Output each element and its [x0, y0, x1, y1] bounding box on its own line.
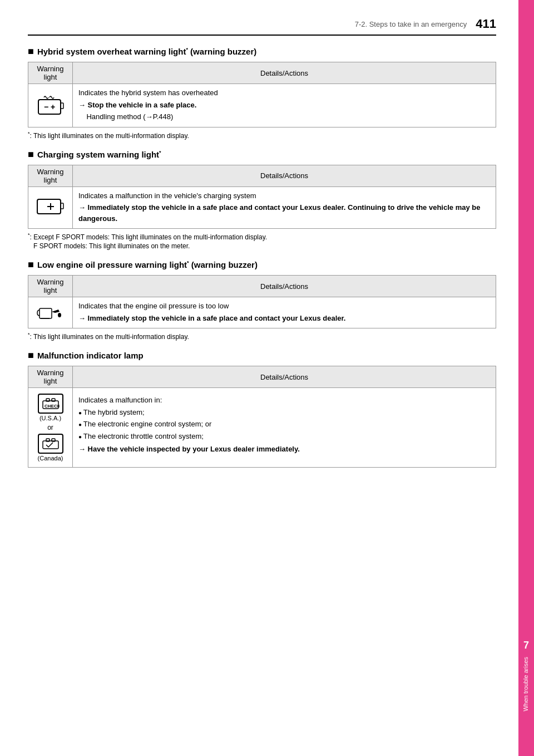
- charging-note-2: F SPORT models: This light illuminates o…: [28, 242, 496, 250]
- page-header: 7-2. Steps to take in an emergency 411: [28, 17, 496, 36]
- tab-number: 7: [523, 640, 529, 651]
- charging-detail2: → Immediately stop the vehicle in a safe…: [78, 202, 490, 224]
- oil-details: Indicates that the engine oil pressure i…: [73, 297, 496, 328]
- right-sidebar-tab: 7 When trouble arises: [518, 0, 534, 756]
- check-canada-icon: [38, 434, 63, 454]
- malfunction-icon-cell: CHECK (U.S.A.) or: [28, 388, 73, 468]
- table-col-details-3: Details/Actions: [73, 276, 496, 297]
- usa-label: (U.S.A.): [32, 415, 69, 421]
- bullet-icon-2: ■: [28, 149, 34, 160]
- table-col-warning-light-4: Warning light: [28, 366, 73, 388]
- oil-detail2: → Immediately stop the vehicle in a safe…: [78, 313, 490, 324]
- malfunction-bullet-list: The hybrid system; The electronic engine…: [78, 407, 490, 442]
- svg-rect-1: [61, 103, 63, 109]
- table-col-details-1: Details/Actions: [73, 62, 496, 84]
- page-container: 7-2. Steps to take in an emergency 411 ■…: [0, 0, 534, 756]
- hybrid-overheat-detail3: Handling method (→P.448): [78, 111, 490, 122]
- table-col-warning-light-1: Warning light: [28, 62, 73, 84]
- hybrid-overheat-icon: − +: [36, 93, 65, 116]
- table-row: Indicates that the engine oil pressure i…: [28, 297, 496, 328]
- table-col-warning-light-3: Warning light: [28, 276, 73, 297]
- malfunction-intro: Indicates a malfunction in:: [78, 395, 490, 406]
- svg-rect-0: [38, 100, 61, 114]
- svg-rect-5: [61, 203, 63, 209]
- svg-text:CHECK: CHECK: [44, 404, 60, 409]
- oil-icon-cell: [28, 297, 73, 328]
- table-row: − + Indicates the hybrid system has over…: [28, 84, 496, 127]
- or-text: or: [32, 424, 69, 431]
- page-number: 411: [476, 17, 496, 31]
- oil-detail1: Indicates that the engine oil pressure i…: [78, 301, 490, 312]
- hybrid-overheat-table: Warning light Details/Actions: [28, 62, 496, 127]
- malfunction-table: Warning light Details/Actions: [28, 366, 496, 468]
- tab-label: When trouble arises: [522, 657, 530, 711]
- svg-rect-17: [52, 439, 55, 441]
- svg-text:−: −: [44, 102, 48, 111]
- charging-icon-cell: [28, 186, 73, 229]
- table-col-details-2: Details/Actions: [73, 165, 496, 186]
- hybrid-overheat-icon-cell: − +: [28, 84, 73, 127]
- malfunction-title: Malfunction indicator lamp: [37, 351, 144, 360]
- header-title: 7-2. Steps to take in an emergency: [355, 20, 467, 28]
- charging-detail1: Indicates a malfunction in the vehicle's…: [78, 190, 490, 202]
- section-malfunction-heading: ■ Malfunction indicator lamp: [28, 350, 496, 361]
- hybrid-overheat-details: Indicates the hybrid system has overheat…: [73, 84, 496, 127]
- charging-title: Charging system warning light*: [37, 150, 161, 159]
- malfunction-bullet-1: The hybrid system;: [78, 407, 490, 418]
- table-col-details-4: Details/Actions: [73, 366, 496, 388]
- malfunction-details: Indicates a malfunction in: The hybrid s…: [73, 388, 496, 468]
- table-row: CHECK (U.S.A.) or: [28, 388, 496, 468]
- svg-rect-16: [46, 439, 50, 441]
- malfunction-action: → Have the vehicle inspected by your Lex…: [78, 444, 490, 455]
- check-engine-canada-icon: [42, 438, 60, 450]
- section-charging-heading: ■ Charging system warning light*: [28, 149, 496, 160]
- section-oil-heading: ■ Low engine oil pressure warning light*…: [28, 259, 496, 271]
- hybrid-overheat-detail1: Indicates the hybrid system has overheat…: [78, 87, 490, 99]
- check-engine-usa-icon: CHECK: [42, 397, 60, 410]
- svg-rect-12: [46, 399, 50, 401]
- bullet-icon-3: ■: [28, 259, 34, 271]
- charging-table: Warning light Details/Actions: [28, 165, 496, 229]
- svg-rect-13: [52, 399, 55, 401]
- hybrid-overheat-title: Hybrid system overheat warning light* (w…: [37, 47, 256, 56]
- check-usa-icon: CHECK: [38, 394, 63, 414]
- malfunction-bullet-2: The electronic engine control system; or: [78, 419, 490, 430]
- section-hybrid-overheat-heading: ■ Hybrid system overheat warning light* …: [28, 46, 496, 57]
- charging-note-1: *: Except F SPORT models: This light ill…: [28, 232, 496, 241]
- svg-point-9: [58, 313, 61, 317]
- hybrid-overheat-detail2: → Stop the vehicle in a safe place.: [78, 100, 490, 111]
- malfunction-bullet-3: The electronic throttle control system;: [78, 431, 490, 442]
- bullet-icon: ■: [28, 46, 34, 57]
- bullet-icon-4: ■: [28, 350, 34, 361]
- charging-icon: [36, 197, 65, 217]
- hybrid-overheat-note: *: This light illuminates on the multi-i…: [28, 131, 496, 140]
- oil-note: *: This light illuminates on the multi-i…: [28, 332, 496, 341]
- table-row: Indicates a malfunction in the vehicle's…: [28, 186, 496, 229]
- svg-text:+: +: [51, 102, 55, 111]
- oil-title: Low engine oil pressure warning light* (…: [37, 260, 258, 269]
- canada-label: (Canada): [32, 455, 69, 462]
- oil-pressure-icon: [36, 301, 65, 323]
- table-col-warning-light-2: Warning light: [28, 165, 73, 186]
- oil-table: Warning light Details/Actions: [28, 275, 496, 328]
- charging-details: Indicates a malfunction in the vehicle's…: [73, 186, 496, 229]
- svg-rect-8: [39, 308, 52, 318]
- main-content: 7-2. Steps to take in an emergency 411 ■…: [0, 0, 518, 756]
